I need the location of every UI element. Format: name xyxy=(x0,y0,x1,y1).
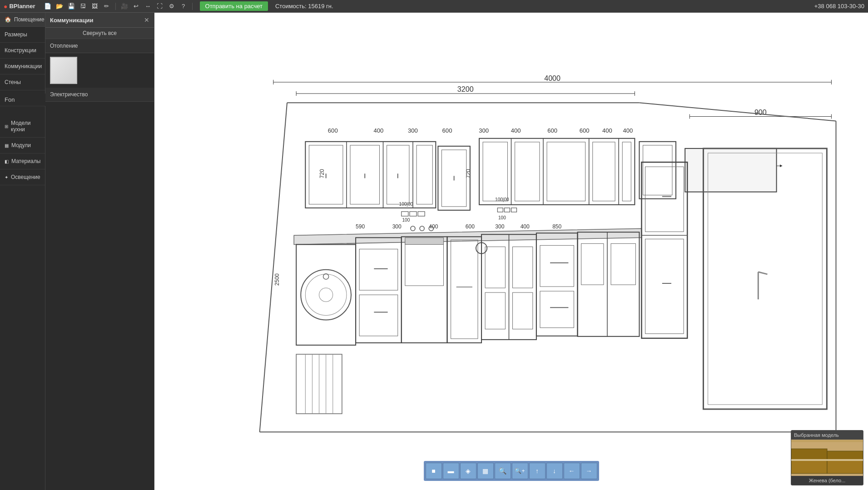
pomeshenie-label: Помещение xyxy=(14,16,45,23)
view-mode-3-button[interactable]: ◈ xyxy=(460,463,476,479)
app-name: BPlanner xyxy=(9,3,35,10)
otoplenie-item[interactable] xyxy=(50,57,77,84)
svg-rect-106 xyxy=(642,162,688,338)
zoom-out-button[interactable]: 🔍 xyxy=(495,463,511,479)
3d-viewport[interactable]: 4000 3200 900 600 400 300 600 300 400 60… xyxy=(154,13,868,490)
panel-header: Коммуникации ✕ xyxy=(45,13,154,28)
svg-point-73 xyxy=(305,274,347,316)
collapse-all-button[interactable]: Свернуть все xyxy=(45,28,154,39)
cost-label: Стоимость: 15619 гн. xyxy=(275,3,333,10)
svg-rect-62 xyxy=(483,142,507,201)
modeli-kuhni-label: Модели кухни xyxy=(11,120,40,133)
svg-text:590: 590 xyxy=(356,223,365,230)
logo-icon: ● xyxy=(4,3,7,10)
sidebar-item-modeli-kuhni[interactable]: ⊞ Модели кухни xyxy=(0,115,45,138)
view-mode-2-button[interactable]: ▬ xyxy=(443,463,459,479)
save-as-button[interactable]: 🖫 xyxy=(78,1,88,11)
thumbnail-title: Выбранная модель xyxy=(791,431,863,440)
svg-rect-50 xyxy=(417,145,432,204)
svg-text:600: 600 xyxy=(328,127,338,134)
arrow-button[interactable]: ↩ xyxy=(131,1,141,11)
settings-button[interactable]: ⚙ xyxy=(167,1,177,11)
svg-rect-134 xyxy=(791,459,863,461)
sidebar-item-materialy[interactable]: ◧ Материалы xyxy=(0,153,45,169)
sidebar-item-osveshenie[interactable]: ✦ Освещение xyxy=(0,169,45,185)
svg-rect-82 xyxy=(405,240,444,286)
image-button[interactable]: 🖼 xyxy=(90,1,100,11)
svg-rect-87 xyxy=(447,237,482,343)
send-calculate-button[interactable]: Отправить на расчет xyxy=(200,1,268,11)
otoplenie-section-title: Отопление xyxy=(45,39,154,53)
svg-rect-135 xyxy=(791,440,863,442)
svg-rect-86 xyxy=(405,238,444,244)
materialy-label: Материалы xyxy=(11,158,40,164)
fullscreen-button[interactable]: ⛶ xyxy=(155,1,165,11)
svg-rect-64 xyxy=(547,142,585,201)
svg-rect-99 xyxy=(540,291,574,328)
svg-text:100: 100 xyxy=(498,215,506,220)
panel-title: Коммуникации xyxy=(50,17,94,24)
sidebar-item-moduli[interactable]: ▦ Модули xyxy=(0,138,45,153)
pan-left-button[interactable]: ← xyxy=(564,463,580,479)
help-button[interactable]: ? xyxy=(179,1,188,11)
thumbnail-model-name: Женева (бело... xyxy=(791,476,863,485)
moduli-label: Модули xyxy=(11,142,31,148)
svg-rect-68 xyxy=(643,145,672,195)
kitchen-canvas: 4000 3200 900 600 400 300 600 300 400 60… xyxy=(154,13,868,490)
new-file-button[interactable]: 📄 xyxy=(43,1,53,11)
svg-rect-98 xyxy=(540,245,574,287)
svg-rect-94 xyxy=(513,247,533,288)
svg-text:600: 600 xyxy=(466,223,475,230)
svg-rect-127 xyxy=(504,208,510,212)
sidebar-item-razmery[interactable]: Размеры xyxy=(0,27,45,43)
svg-text:100: 100 xyxy=(402,218,410,223)
thumbnail-image xyxy=(791,440,863,476)
svg-rect-133 xyxy=(827,460,863,474)
view-mode-1-button[interactable]: ■ xyxy=(426,463,442,479)
zoom-in-button[interactable]: 🔍+ xyxy=(512,463,528,479)
svg-rect-124 xyxy=(410,212,417,216)
topbar: ● BPlanner 📄 📂 💾 🖫 🖼 ✏ 🎥 ↩ ↔ ⛶ ⚙ ? Отпра… xyxy=(0,0,868,13)
svg-rect-63 xyxy=(515,142,540,201)
open-button[interactable]: 📂 xyxy=(55,1,64,11)
app-logo: ● BPlanner xyxy=(4,3,35,10)
svg-rect-109 xyxy=(645,239,684,333)
svg-rect-57 xyxy=(479,139,635,205)
svg-rect-67 xyxy=(639,142,676,199)
pan-up-button[interactable]: ↑ xyxy=(529,463,546,479)
svg-text:300: 300 xyxy=(392,223,402,230)
svg-line-39 xyxy=(639,103,836,121)
osveshenie-icon: ✦ xyxy=(5,175,8,180)
svg-text:900: 900 xyxy=(754,108,767,116)
save-button[interactable]: 💾 xyxy=(66,1,76,11)
svg-rect-126 xyxy=(497,208,503,212)
svg-point-83 xyxy=(411,226,415,231)
svg-rect-97 xyxy=(536,233,578,336)
svg-text:720: 720 xyxy=(319,169,325,178)
steny-label: Стены xyxy=(5,79,21,85)
pan-down-button[interactable]: ↓ xyxy=(546,463,563,479)
video-button[interactable]: 🎥 xyxy=(119,1,129,11)
svg-rect-123 xyxy=(402,212,408,216)
svg-rect-65 xyxy=(593,142,615,201)
panel-close-button[interactable]: ✕ xyxy=(144,16,149,24)
svg-point-75 xyxy=(323,274,329,279)
svg-rect-77 xyxy=(359,249,398,290)
svg-rect-125 xyxy=(418,212,425,216)
svg-text:600: 600 xyxy=(547,127,557,134)
svg-text:300: 300 xyxy=(495,223,504,230)
house-icon: 🏠 xyxy=(5,16,11,23)
view-mode-4-button[interactable]: ▦ xyxy=(477,463,494,479)
double-arrow-button[interactable]: ↔ xyxy=(143,1,153,11)
pan-right-button[interactable]: → xyxy=(581,463,597,479)
toolbar-separator-1 xyxy=(115,3,116,10)
svg-rect-102 xyxy=(578,232,640,337)
svg-point-84 xyxy=(420,226,424,231)
sidebar-item-steny[interactable]: Стены xyxy=(0,74,45,90)
sidebar-item-kommunikacii[interactable]: Коммуникации xyxy=(0,59,45,74)
sidebar-item-konstrukcii[interactable]: Конструкции xyxy=(0,43,45,59)
draw-button[interactable]: ✏ xyxy=(102,1,112,11)
svg-line-38 xyxy=(260,103,287,432)
left-sidebar: 🏠 Помещение Размеры Конструкции Коммуник… xyxy=(0,13,45,490)
svg-rect-78 xyxy=(359,295,398,336)
